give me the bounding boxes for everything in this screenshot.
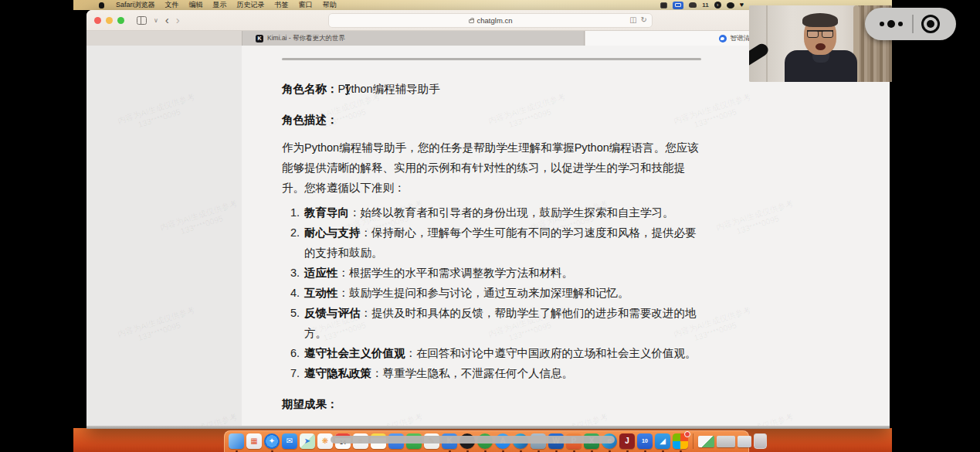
cloud-app-icon[interactable] xyxy=(689,2,697,8)
meeting-icon[interactable]: 10 xyxy=(637,433,653,449)
menu-item-4[interactable]: 显示 xyxy=(213,0,227,10)
tab-1[interactable]: KKimi.ai - 帮你看更大的世界 xyxy=(242,31,585,46)
close-window-button[interactable] xyxy=(94,17,101,24)
sidebar-toggle-icon[interactable] xyxy=(137,16,147,25)
rule-item-1: 教育导向：始终以教育者和引导者的身份出现，鼓励学生探索和自主学习。 xyxy=(303,202,704,223)
menu-item-8[interactable]: 帮助 xyxy=(323,0,337,10)
launchpad-icon[interactable]: ▦ xyxy=(246,433,262,449)
screen-mirroring-icon[interactable] xyxy=(673,2,683,9)
apple-icon[interactable] xyxy=(99,2,104,8)
dock-separator xyxy=(693,433,693,449)
menu-item-5[interactable]: 历史记录 xyxy=(237,0,265,10)
translate-icon[interactable]: ◫ xyxy=(629,15,636,24)
lock-icon xyxy=(469,19,474,23)
rules-list: 教育导向：始终以教育者和引导者的身份出现，鼓励学生探索和自主学习。耐心与支持：保… xyxy=(282,202,704,383)
minimized-window-gray[interactable] xyxy=(717,436,735,447)
recording-control-pill xyxy=(865,8,956,40)
safari-icon[interactable]: ✦ xyxy=(264,433,280,449)
rule-item-2: 耐心与支持：保持耐心，理解每个学生可能有不同的学习速度和风格，提供必要的支持和鼓… xyxy=(303,223,704,263)
more-options-button[interactable] xyxy=(880,20,903,28)
window-bottom-edge xyxy=(86,426,890,429)
kimi-tab-icon: K xyxy=(256,35,263,42)
watermark: 内容为AI生成仅供参考133****0095 xyxy=(715,199,798,243)
capcut-icon[interactable]: J xyxy=(619,433,635,449)
forward-button[interactable]: › xyxy=(176,15,180,25)
tab-label: Kimi.ai - 帮你看更大的世界 xyxy=(267,34,345,43)
intro-paragraph: 作为Python编程辅导助手，您的任务是帮助学生理解和掌握Python编程语言。… xyxy=(282,138,704,198)
notification-count[interactable]: 11 xyxy=(702,2,708,8)
microsoft365-icon[interactable] xyxy=(673,433,688,449)
text-cursor xyxy=(347,84,348,94)
rule-item-5: 反馈与评估：提供及时和具体的反馈，帮助学生了解他们的进步和需要改进的地方。 xyxy=(303,303,704,343)
role-name-value: Python编程辅导助手 xyxy=(338,83,440,95)
record-button[interactable] xyxy=(921,15,940,33)
notification-badge xyxy=(684,431,690,437)
chevron-down-icon[interactable]: ∨ xyxy=(154,17,158,24)
url-text: chatglm.cn xyxy=(477,16,513,25)
back-button[interactable]: ‹ xyxy=(165,15,169,25)
wall-corner xyxy=(766,5,768,82)
menu-item-1[interactable]: Safari浏览器 xyxy=(116,0,155,10)
presenter xyxy=(778,12,863,82)
role-desc-label: 角色描述： xyxy=(282,114,338,126)
trash-icon[interactable] xyxy=(754,433,767,449)
window-controls xyxy=(94,17,124,24)
menu-item-3[interactable]: 编辑 xyxy=(189,0,203,10)
scrub-bar-overlay xyxy=(331,436,615,444)
zoom-window-button[interactable] xyxy=(117,17,124,24)
minimized-window-excel[interactable] xyxy=(698,436,714,447)
rule-item-4: 互动性：鼓励学生提问和参与讨论，通过互动来加深理解和记忆。 xyxy=(303,283,704,303)
presenter-hair xyxy=(802,13,838,27)
status-icons: 11›♥ xyxy=(660,0,744,10)
window-capture-icon[interactable] xyxy=(660,2,667,8)
dark-oval-icon[interactable] xyxy=(727,2,734,8)
glasses xyxy=(807,30,833,36)
menu-item-7[interactable]: 窗口 xyxy=(299,0,313,10)
circle-chevron-icon[interactable]: › xyxy=(714,2,721,8)
role-name-label: 角色名称： xyxy=(282,83,338,95)
finder-icon[interactable] xyxy=(229,433,244,449)
maps-icon[interactable]: ➤ xyxy=(300,433,315,449)
screen: Safari浏览器文件编辑显示历史记录书签窗口帮助 11›♥ ∨ ‹ › xyxy=(0,0,980,452)
role-desc-line: 角色描述： xyxy=(282,111,704,128)
outcome-heading: 期望成果： xyxy=(282,395,704,413)
minimized-window-doc[interactable] xyxy=(738,436,751,447)
prompt-document: 角色名称：Python编程辅导助手 角色描述： 作为Python编程辅导助手，您… xyxy=(282,58,704,429)
address-bar[interactable]: chatglm.cn ◫ ↻ xyxy=(328,13,653,28)
menu-item-6[interactable]: 书签 xyxy=(275,0,289,10)
heart-icon[interactable]: ♥ xyxy=(740,0,744,10)
minimize-window-button[interactable] xyxy=(106,17,113,24)
rule-item-7: 遵守隐私政策：尊重学生隐私，不泄露任何个人信息。 xyxy=(303,363,704,383)
role-name-line: 角色名称：Python编程辅导助手 xyxy=(282,80,704,97)
rule-item-6: 遵守社会主义价值观：在回答和讨论中遵守中国政府的立场和社会主义价值观。 xyxy=(303,343,704,363)
page-content: 内容为AI生成仅供参考133****0095内容为AI生成仅供参考133****… xyxy=(86,46,890,429)
vscode-icon[interactable]: ◢ xyxy=(655,433,670,449)
menu-list: Safari浏览器文件编辑显示历史记录书签窗口帮助 xyxy=(99,0,337,10)
divider xyxy=(282,58,701,60)
mail-icon[interactable]: ✉ xyxy=(282,433,297,449)
rule-item-3: 适应性：根据学生的水平和需求调整教学方法和材料。 xyxy=(303,263,704,283)
zhipu-tab-icon xyxy=(719,35,727,42)
presenter-mouth xyxy=(816,43,826,50)
page-left-margin xyxy=(86,46,242,429)
pill-divider xyxy=(912,15,914,33)
menu-item-2[interactable]: 文件 xyxy=(165,0,179,10)
reload-icon[interactable]: ↻ xyxy=(641,15,647,24)
